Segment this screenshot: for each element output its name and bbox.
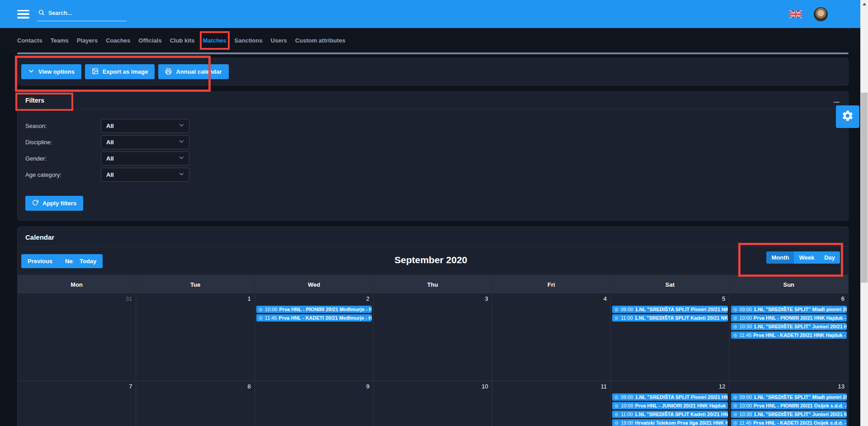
tab-sanctions[interactable]: Sanctions [235, 36, 263, 45]
calendar-day-cell[interactable]: 8 [136, 381, 255, 426]
event-dot-icon [733, 404, 737, 408]
filter-row: Discipline: All [25, 135, 840, 149]
event-dot-icon [614, 395, 618, 399]
calendar-day-cell[interactable]: 9 [255, 381, 373, 426]
filter-select[interactable]: All [101, 151, 189, 166]
event-time: 10:00 [740, 403, 752, 408]
event-dot-icon [614, 404, 618, 408]
calendar-day-cell[interactable]: 5 09:00 1.NL "SREDIŠTA SPLIT Pioniri 20/… [611, 293, 729, 381]
calendar-title: Calendar [25, 233, 840, 241]
tab-club-kits[interactable]: Club kits [170, 36, 195, 45]
tab-contacts[interactable]: Contacts [17, 36, 42, 45]
calendar-week-row: 7 8 9 10 11 12 09:00 1.NL "SREDIŠTA SPLI… [18, 381, 848, 426]
event-time: 10:30 [740, 324, 752, 329]
day-number: 12 [611, 381, 729, 393]
annual-calendar-button[interactable]: Annual calendar [158, 64, 228, 79]
event-time: 10:30 [740, 412, 752, 417]
calendar-day-cell[interactable]: 3 [373, 293, 492, 381]
tab-matches[interactable]: Matches [203, 36, 226, 45]
calendar-event[interactable]: 10:00 Prva HNL - JUNIORI 20/21 HNK Hajdu… [612, 402, 727, 409]
view-options-button[interactable]: View options [21, 64, 81, 79]
tab-players[interactable]: Players [77, 36, 98, 45]
tab-custom-attributes[interactable]: Custom attributes [295, 36, 345, 45]
day-number: 2 [255, 293, 373, 305]
filter-row: Age category: All [25, 167, 840, 182]
weekday-header: Sat [611, 275, 729, 293]
settings-fab[interactable] [836, 105, 859, 128]
calendar-event[interactable]: 09:00 1.NL "SREDIŠTA SPLIT Pioniri 20/21… [612, 393, 727, 401]
day-number: 4 [492, 293, 610, 305]
apply-filters-button[interactable]: Apply filters [25, 196, 83, 211]
event-time: 10:00 [621, 403, 633, 408]
calendar-day-cell[interactable]: 11 [492, 381, 611, 426]
weekday-header: Fri [492, 275, 611, 293]
scrollbar-up-arrow[interactable] [860, 0, 868, 8]
calendar-event[interactable]: 10:00 Prva HNL - PIONIRI 20/21 Osijek s.… [731, 402, 847, 409]
calendar-event[interactable]: 11:45 Prva HNL - KADETI 20/21 HNK Hajduk… [731, 331, 847, 339]
filter-select[interactable]: All [101, 168, 189, 182]
tab-users[interactable]: Users [271, 36, 287, 45]
user-avatar[interactable] [814, 7, 828, 21]
scrollbar[interactable] [860, 0, 868, 426]
calendar-day-cell[interactable]: 6 09:00 1.NL "SREDIŠTE SPLIT" Mlađi pion… [730, 293, 848, 381]
calendar-event[interactable]: 10:00 Prva HNL - PIONIRI 20/21 Međimurje… [256, 306, 372, 313]
day-number: 10 [373, 381, 491, 393]
tab-coaches[interactable]: Coaches [106, 36, 130, 45]
calendar-event[interactable]: 11:00 1.NL "SREDIŠTA SPLIT Kadeti 20/21 … [612, 411, 727, 418]
event-time: 09:00 [621, 394, 633, 400]
weekday-header: Tue [136, 275, 255, 293]
chevron-down-icon [179, 154, 184, 162]
view-button-day[interactable]: Day [819, 251, 840, 264]
top-bar [0, 0, 860, 28]
filters-panel: Filters Season: All Discipline: All Gend… [17, 91, 849, 221]
filter-select[interactable]: All [101, 119, 189, 133]
event-title: 1.NL "SREDIŠTE SPLIT" Juniori 20/21 NK A… [754, 412, 847, 417]
calendar-event[interactable]: 11:45 Prva HNL - KADETI 20/21 Međimurje … [256, 314, 372, 322]
calendar-day-cell[interactable]: 31 [18, 293, 136, 381]
day-number: 8 [136, 381, 254, 393]
calendar-day-cell[interactable]: 12 09:00 1.NL "SREDIŠTA SPLIT Pioniri 20… [611, 381, 729, 426]
event-dot-icon [259, 316, 263, 320]
calendar-day-cell[interactable]: 4 [492, 293, 611, 381]
event-dot-icon [733, 412, 737, 417]
event-title: 1.NL "SREDIŠTA SPLIT Pioniri 20/21 NK Pr… [635, 307, 728, 312]
calendar-day-cell[interactable]: 7 [18, 381, 136, 426]
day-number: 5 [611, 293, 729, 305]
uk-flag-language-icon[interactable] [789, 10, 802, 19]
collapse-minus-icon[interactable] [832, 96, 840, 104]
chevron-down-icon [179, 138, 184, 146]
calendar-event[interactable]: 11:00 1.NL "SREDIŠTA SPLIT Kadeti 20/21 … [612, 314, 727, 322]
calendar-event[interactable]: 09:00 1.NL "SREDIŠTA SPLIT Pioniri 20/21… [612, 306, 727, 313]
filter-select[interactable]: All [101, 135, 189, 149]
view-button-week[interactable]: Week [794, 251, 819, 264]
event-dot-icon [614, 412, 618, 417]
hamburger-menu-icon[interactable] [17, 10, 29, 19]
export-as-image-button[interactable]: Export as image [85, 64, 155, 79]
day-number: 9 [255, 381, 373, 393]
search-input[interactable] [48, 10, 116, 16]
calendar-day-cell[interactable]: 13 09:00 1.NL "SREDIŠTE SPLIT" Mlađi pio… [730, 381, 848, 426]
calendar-event[interactable]: 09:00 1.NL "SREDIŠTE SPLIT" Mlađi pionir… [731, 393, 847, 401]
tab-teams[interactable]: Teams [51, 36, 69, 45]
event-time: 10:00 [265, 307, 278, 312]
calendar-event[interactable]: 09:00 1.NL "SREDIŠTE SPLIT" Mlađi pionir… [731, 306, 847, 313]
filter-select-value: All [106, 139, 114, 146]
calendar-day-cell[interactable]: 2 10:00 Prva HNL - PIONIRI 20/21 Međimur… [255, 293, 373, 381]
calendar-event[interactable]: 11:45 Prva HNL - KADETI 20/21 Osijek s.d… [731, 419, 847, 426]
calendar-event[interactable]: 19:00 Hrvatski Telekom Prva liga 20/21 H… [612, 419, 727, 426]
calendar-day-cell[interactable]: 1 [136, 293, 255, 381]
calendar-event[interactable]: 10:00 Prva HNL - PIONIRI 20/21 HNK Hajdu… [731, 314, 847, 322]
calendar-event[interactable]: 10:30 1.NL "SREDIŠTE SPLIT" Juniori 20/2… [731, 323, 847, 330]
event-title: Prva HNL - KADETI 20/21 Osijek s.d.d. - … [753, 420, 847, 426]
event-title: Prva HNL - PIONIRI 20/21 HNK Hajduk - HN [754, 315, 847, 321]
calendar-event[interactable]: 10:30 1.NL "SREDIŠTE SPLIT" Juniori 20/2… [731, 411, 847, 418]
weekday-header: Sun [730, 275, 848, 293]
calendar-day-cell[interactable]: 10 [373, 381, 492, 426]
search-field[interactable] [37, 7, 127, 21]
tab-officials[interactable]: Officials [138, 36, 161, 45]
view-button-month[interactable]: Month [766, 251, 794, 264]
scrollbar-thumb[interactable] [861, 93, 868, 283]
event-title: Prva HNL - KADETI 20/21 HNK Hajduk - HN [753, 332, 847, 338]
event-title: 1.NL "SREDIŠTA SPLIT Pioniri 20/21 HNK H… [635, 394, 728, 400]
event-title: 1.NL "SREDIŠTA SPLIT Kadeti 20/21 NK Pri… [635, 315, 728, 321]
